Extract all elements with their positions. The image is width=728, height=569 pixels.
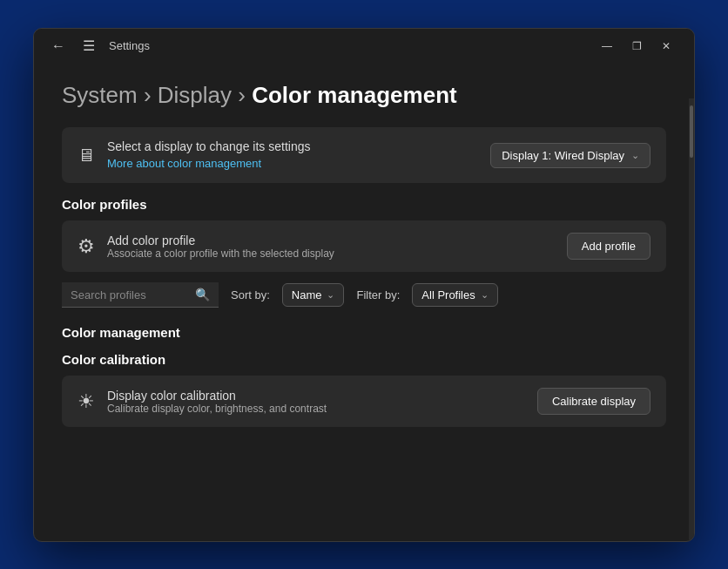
hamburger-button[interactable]: ☰: [79, 36, 98, 57]
color-management-title: Color management: [62, 325, 666, 340]
sort-value: Name: [292, 288, 322, 301]
breadcrumb-part3: Color management: [252, 82, 457, 108]
search-icon: 🔍: [195, 288, 210, 301]
maximize-button[interactable]: ❐: [623, 34, 650, 58]
calibration-card-subtitle: Calibrate display color, brightness, and…: [107, 403, 525, 415]
titlebar-left: ← ☰ Settings: [48, 36, 593, 57]
breadcrumb: System › Display › Color management: [62, 81, 666, 111]
sort-dropdown[interactable]: Name ⌄: [282, 283, 345, 307]
add-profile-title: Add color profile: [107, 234, 555, 247]
display-select-card: 🖥 Select a display to change its setting…: [62, 127, 666, 183]
titlebar: ← ☰ Settings — ❐ ✕: [34, 29, 694, 64]
chevron-down-icon: ⌄: [631, 150, 639, 161]
color-profiles-title: Color profiles: [62, 197, 666, 212]
filter-dropdown[interactable]: All Profiles ⌄: [412, 283, 497, 307]
monitor-icon: 🖥: [78, 146, 95, 166]
color-management-section: Color management: [62, 325, 666, 340]
breadcrumb-sep2: ›: [238, 82, 252, 108]
window-controls: — ❐ ✕: [593, 34, 680, 58]
color-calibration-section: Color calibration ☀ Display color calibr…: [62, 352, 666, 427]
close-button[interactable]: ✕: [652, 34, 680, 58]
add-profile-button[interactable]: Add profile: [567, 233, 650, 260]
color-management-link[interactable]: More about color management: [107, 157, 261, 170]
sort-label: Sort by:: [231, 288, 270, 301]
main-content: System › Display › Color management 🖥 Se…: [34, 64, 694, 541]
add-profile-card: ⚙ Add color profile Associate a color pr…: [62, 220, 666, 272]
color-profiles-section: Color profiles ⚙ Add color profile Assoc…: [62, 197, 666, 308]
calibration-text: Display color calibration Calibrate disp…: [107, 389, 525, 415]
filter-value: All Profiles: [421, 288, 475, 301]
filter-chevron-icon: ⌄: [481, 289, 489, 301]
scrollbar-track[interactable]: [689, 98, 694, 541]
calibration-card-title: Display color calibration: [107, 389, 525, 403]
breadcrumb-part2: Display: [158, 82, 232, 108]
display-card-title: Select a display to change its settings: [107, 139, 478, 153]
sort-chevron-icon: ⌄: [327, 289, 334, 301]
filter-row: 🔍 Sort by: Name ⌄ Filter by: All Profile…: [62, 282, 666, 308]
add-profile-subtitle: Associate a color profile with the selec…: [107, 247, 555, 260]
breadcrumb-part1: System: [62, 82, 138, 108]
breadcrumb-sep1: ›: [144, 82, 158, 108]
calibration-icon: ☀: [78, 390, 95, 413]
calibration-card: ☀ Display color calibration Calibrate di…: [62, 376, 666, 427]
calibrate-display-button[interactable]: Calibrate display: [537, 388, 650, 415]
minimize-button[interactable]: —: [593, 34, 621, 58]
search-input[interactable]: [71, 288, 188, 301]
color-calibration-title: Color calibration: [62, 352, 666, 367]
display-dropdown[interactable]: Display 1: Wired Display ⌄: [490, 143, 650, 168]
window-title: Settings: [109, 39, 150, 52]
back-button[interactable]: ←: [48, 36, 69, 57]
scrollbar-thumb: [690, 105, 693, 158]
filter-label: Filter by:: [356, 288, 400, 301]
display-dropdown-label: Display 1: Wired Display: [502, 149, 624, 162]
window-inner: System › Display › Color management 🖥 Se…: [34, 64, 694, 541]
color-profile-icon: ⚙: [78, 235, 95, 258]
display-card-text: Select a display to change its settings …: [107, 139, 478, 171]
search-wrapper: 🔍: [62, 282, 219, 308]
add-profile-text: Add color profile Associate a color prof…: [107, 234, 555, 260]
